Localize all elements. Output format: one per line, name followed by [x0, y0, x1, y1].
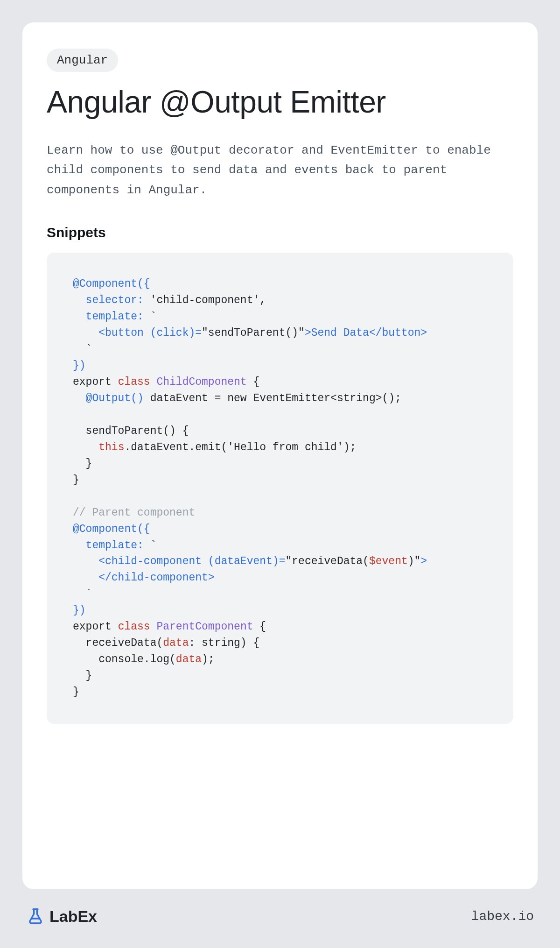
code-token: data [163, 637, 189, 649]
code-token: ChildComponent [156, 376, 246, 388]
content-card: Angular Angular @Output Emitter Learn ho… [22, 22, 538, 889]
code-token: $event [369, 555, 408, 567]
code-snippet: @Component({ selector: 'child-component'… [47, 253, 513, 724]
code-token: <button (click)= [73, 327, 202, 339]
page-title: Angular @Output Emitter [47, 85, 513, 119]
code-token [150, 376, 157, 388]
snippets-heading: Snippets [47, 225, 513, 241]
code-token: "sendToParent()" [202, 327, 305, 339]
code-token: "receiveData( [285, 555, 369, 567]
code-token: </child-component> [73, 572, 215, 584]
code-token [73, 441, 98, 453]
code-token: class [118, 621, 150, 633]
code-token: , [259, 294, 266, 306]
brand-logo: LabEx [26, 907, 97, 926]
brand-name: LabEx [49, 907, 97, 926]
code-token: 'child-component' [144, 294, 259, 306]
code-token: @Output() [73, 392, 144, 404]
code-token: export [73, 621, 118, 633]
code-token: ` [144, 311, 157, 323]
code-token: <child-component (dataEvent)= [73, 555, 285, 567]
code-token: data [176, 653, 202, 665]
code-token: { [247, 376, 260, 388]
code-token: export [73, 376, 118, 388]
code-token: } [73, 458, 92, 470]
code-token: ` [73, 588, 92, 600]
code-token: .dataEvent.emit('Hello from child'); [124, 441, 356, 453]
code-token: ParentComponent [156, 621, 253, 633]
code-token: ` [73, 343, 92, 355]
code-token: } [73, 474, 79, 486]
code-token: } [73, 686, 79, 698]
category-tag: Angular [47, 49, 118, 72]
code-token: >Send Data</button> [305, 327, 427, 339]
code-token: ({ [137, 278, 150, 290]
code-token: )" [408, 555, 421, 567]
code-token: template: [73, 311, 144, 323]
footer-url: labex.io [471, 909, 534, 924]
code-token: receiveData( [73, 637, 163, 649]
code-token: class [118, 376, 150, 388]
code-token: ` [144, 539, 157, 552]
code-token: > [420, 555, 427, 567]
code-token: dataEvent = new EventEmitter<string>(); [144, 392, 401, 404]
code-token: @Component [73, 278, 137, 290]
code-token: // Parent component [73, 507, 195, 519]
code-token: @Component [73, 523, 137, 535]
code-token [150, 621, 157, 633]
code-token: this [98, 441, 124, 453]
code-token: sendToParent() { [73, 425, 189, 437]
code-token: template: [73, 539, 144, 552]
code-token: ); [202, 653, 215, 665]
code-token: } [73, 670, 92, 682]
code-token: }) [73, 360, 86, 372]
code-token: selector: [73, 294, 144, 306]
code-token: console.log( [73, 653, 176, 665]
code-token: : string) { [189, 637, 259, 649]
code-token: { [253, 621, 266, 633]
flask-icon [26, 907, 45, 926]
code-token: ({ [137, 523, 150, 535]
page-description: Learn how to use @Output decorator and E… [47, 141, 513, 201]
footer: LabEx labex.io [22, 889, 538, 926]
code-token: }) [73, 604, 86, 616]
